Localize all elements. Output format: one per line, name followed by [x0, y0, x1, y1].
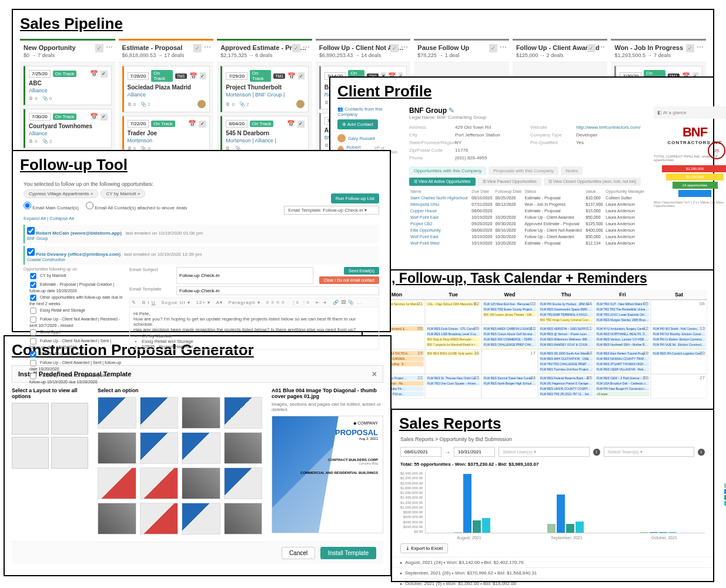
- opportunity-checkbox[interactable]: CY by Marriott: [29, 272, 123, 280]
- calendar-event[interactable]: FLW TR2 TR2 The Rockefeller University –…: [595, 307, 650, 312]
- chart-bar[interactable]: [473, 520, 481, 533]
- chart-bar[interactable]: [659, 532, 667, 533]
- website-link[interactable]: http://www.bnfcontractors.com/: [576, 125, 640, 130]
- calendar-event[interactable]: FLW RES AMEX CARBON LOUNGE · Turner, Ne.…: [483, 326, 537, 331]
- calendar-cell[interactable]: 23FLW RES St. Thomas New Child Care Cent…: [425, 374, 481, 399]
- calendar-event[interactable]: FLW RES 1185 Broadway Level 3 Level 5 & …: [426, 332, 480, 336]
- calendar-event[interactable]: FLW RES (R) 1900 South Ave Warehouse (GI…: [539, 351, 593, 356]
- calendar-event[interactable]: FLW RES TR2 Essex County Project West Es…: [483, 307, 537, 312]
- table-row[interactable]: Project CB209/28/202009/30/2020Approved …: [409, 220, 647, 227]
- opportunity-checkbox[interactable]: Estimate - Proposal | Proposal Creation …: [29, 281, 123, 293]
- calendar-cell[interactable]: 05FLW TR2 OUT - New Milford Maint Facili…: [594, 300, 651, 325]
- template-input[interactable]: [176, 286, 379, 295]
- calendar-event[interactable]: FLW RES St. Thomas New Child Care Centre…: [426, 376, 480, 380]
- calendar-event[interactable]: FLW PKI VUE 9d · Eindom Construction Gro…: [652, 342, 706, 347]
- table-row[interactable]: Wolf Point East10/19/202010/20/2020Follo…: [409, 214, 647, 220]
- calendar-cell[interactable]: 24FLW RES Summit Tower New Construction …: [481, 374, 538, 399]
- calendar-event[interactable]: FLW RES NORTHWELL HEALTH, GLEN COVE ...: [595, 332, 650, 336]
- cancel-button[interactable]: Cancel: [282, 547, 315, 559]
- calendar-event[interactable]: FLW RES UNION COUNTY COURTHOUSE PA...: [539, 386, 593, 391]
- opportunity-pill[interactable]: CY by Marriott ×: [101, 189, 145, 198]
- opportunity-checkbox[interactable]: Essig Retail and Storage: [29, 307, 123, 315]
- calendar-event[interactable]: FLW RES AMH CULTIVATION · CM&B Constru..…: [539, 356, 593, 361]
- contact-item[interactable]: Gary Russell: [337, 134, 402, 142]
- send-email-button[interactable]: Send Email(s): [344, 267, 379, 275]
- more-icon[interactable]: ⋯: [500, 44, 507, 52]
- calendar-event[interactable]: FLW TR2 TR2 CHALLENGE PREP CHARTER SC...: [539, 362, 593, 366]
- column-header[interactable]: Name: [409, 188, 470, 195]
- calendar-cell[interactable]: 10FLW RES AMEX CARBON LOUNGE · Turner, N…: [481, 325, 538, 349]
- filter-button[interactable]: ☰ View Closed Opportunities (won, lost, …: [544, 178, 641, 186]
- calendar-event[interactable]: FLW TR2 LDGC Lower Eastside Girls Club C…: [595, 312, 650, 317]
- template-thumb[interactable]: [224, 432, 263, 464]
- expand-all-link[interactable]: Expand All | Collapse All: [24, 216, 74, 221]
- check-icon[interactable]: ✓: [390, 44, 399, 52]
- opportunity-pill[interactable]: Cypress Village Appartments ×: [24, 189, 98, 198]
- calendar-event[interactable]: FLW RES C&W – 2 Park Avenue – Cafet Leve…: [595, 376, 650, 380]
- check-icon[interactable]: ✓: [587, 44, 595, 52]
- calendar-cell[interactable]: 11FLW RES VERIZON – 1063 SUFFOLK AVE · W…: [538, 325, 594, 349]
- filter-button[interactable]: ☰ View Paused Opportunities: [478, 178, 541, 186]
- calendar-cell[interactable]: 18FLW RES (R) 1900 South Ave Warehouse (…: [538, 349, 594, 374]
- date-to-input[interactable]: [454, 447, 495, 457]
- template-thumb[interactable]: [224, 503, 263, 534]
- contact-row[interactable]: Robert McCain (swore@bidstorm.app) last …: [24, 225, 379, 243]
- email-template-select[interactable]: Email Template: Follow-up Check-in ▾: [284, 206, 379, 215]
- column-header[interactable]: Status: [523, 188, 584, 195]
- contact-checkbox[interactable]: [27, 248, 35, 256]
- calendar-cell[interactable]: 03FLW 125 West End Ave - Renovaei · JRM …: [481, 300, 538, 325]
- report-row[interactable]: ▸October, 2021 (5) • Won: $1,092.00 • Bi…: [392, 578, 713, 588]
- team-select[interactable]: Select Team(s) ▾: [604, 447, 695, 457]
- calendar-cell[interactable]: 26FLW RES C&W – 2 Park Avenue – Cafet Le…: [594, 374, 651, 399]
- calendar-cell[interactable]: 13FLW PKI WJ Smith - Holt Constru...FLW …: [651, 325, 707, 349]
- date-from-input[interactable]: [400, 447, 441, 457]
- more-icon[interactable]: ⋯: [106, 44, 113, 52]
- calendar-event[interactable]: FLW RES Tournesu 2nd floor Project · Aco…: [539, 367, 593, 372]
- opportunity-card[interactable]: 7/25/20 On Track 📅 ✓ ABC Alliance 🗎 0📎 0: [24, 66, 112, 105]
- chart-bar[interactable]: [668, 532, 677, 533]
- template-thumb[interactable]: [98, 432, 136, 464]
- calendar-icon[interactable]: 📅: [90, 113, 98, 121]
- template-thumb[interactable]: [182, 397, 220, 429]
- chart-bar[interactable]: [640, 532, 648, 533]
- layout-thumb[interactable]: [12, 437, 49, 469]
- chart-bar[interactable]: [463, 474, 471, 533]
- tab[interactable]: Proposals with this Company: [489, 166, 558, 175]
- calendar-event[interactable]: FLW RES Dreamworks Space-0685 · TICTONIC…: [539, 307, 593, 312]
- calendar-cell[interactable]: 02CAL – Kipp School 1904 Macombs Road, J…: [425, 300, 481, 325]
- calendar-event[interactable]: FLW TR2 OUT - New Milford Maint Facility…: [595, 302, 650, 306]
- check-icon[interactable]: ✓: [489, 44, 497, 52]
- calendar-cell[interactable]: 04FLW PKI Evolve by Hudson · JRM Aviatio…: [538, 300, 594, 325]
- contact-checkbox[interactable]: [27, 227, 35, 235]
- opportunity-checkbox[interactable]: Chris Opyd: [29, 329, 123, 336]
- template-thumb[interactable]: [182, 467, 220, 499]
- calendar-cell[interactable]: 20FLW RES IFA Conduit Logistics Center P…: [651, 349, 707, 374]
- calendar-event[interactable]: FLW RES Croton Above Golf Structure · CA…: [483, 332, 537, 336]
- calendar-event[interactable]: FLW 125 West End Ave - Renovaei · JRM Co…: [483, 302, 537, 306]
- calendar-event[interactable]: FLW PKI WJ Smith - Holt Constru...: [652, 326, 706, 331]
- calendar-cell[interactable]: 16BID RES BS51-1219B, Kelly parks · Inno…: [425, 349, 481, 374]
- chart-bar[interactable]: [650, 532, 658, 533]
- calendar-event[interactable]: FLW PKI Evolve by Hudson · JRM Aviation …: [539, 302, 593, 306]
- report-row[interactable]: ▸September, 2021 (26) • Won: $370,996.62…: [392, 567, 713, 578]
- column-header[interactable]: Followup Date: [494, 188, 523, 195]
- template-thumb[interactable]: [140, 397, 179, 429]
- check-icon[interactable]: ✓: [95, 44, 103, 52]
- check-icon[interactable]: ✓: [199, 121, 206, 128]
- calendar-event[interactable]: FLW PKI New Burger-Fi Conversion– T's ..…: [595, 386, 650, 391]
- more-icon[interactable]: ⋯: [401, 44, 408, 52]
- template-thumb[interactable]: [98, 397, 136, 429]
- opportunity-checkbox[interactable]: Other opportunities with follow-up date …: [29, 294, 123, 306]
- calendar-event[interactable]: FLW RES STUART THOMAS HIGH SCHOOL ...: [595, 362, 650, 366]
- subject-input[interactable]: [176, 267, 313, 284]
- opportunity-card[interactable]: 7/29/20 On Track TM1 📅 ✓ Project Thunder…: [220, 66, 309, 112]
- calendar-event[interactable]: FLW RES Morgan Stanley 1585 Broadway P1H…: [595, 318, 650, 322]
- calendar-icon[interactable]: 📅: [188, 120, 196, 128]
- calendar-event[interactable]: +5 more: [595, 392, 650, 396]
- opportunity-card[interactable]: 7/22/20 On Track 📅 ✓ Trader Joe Mortenso…: [122, 116, 210, 155]
- radio-all-contacts[interactable]: Email All Contact(s) attached to above d…: [86, 205, 187, 211]
- user-select[interactable]: Select User(s) ▾: [499, 447, 590, 457]
- more-icon[interactable]: ⋯: [598, 44, 605, 52]
- check-icon[interactable]: ✓: [297, 121, 305, 128]
- add-contact-button[interactable]: ⊕ Add Contact: [337, 119, 378, 129]
